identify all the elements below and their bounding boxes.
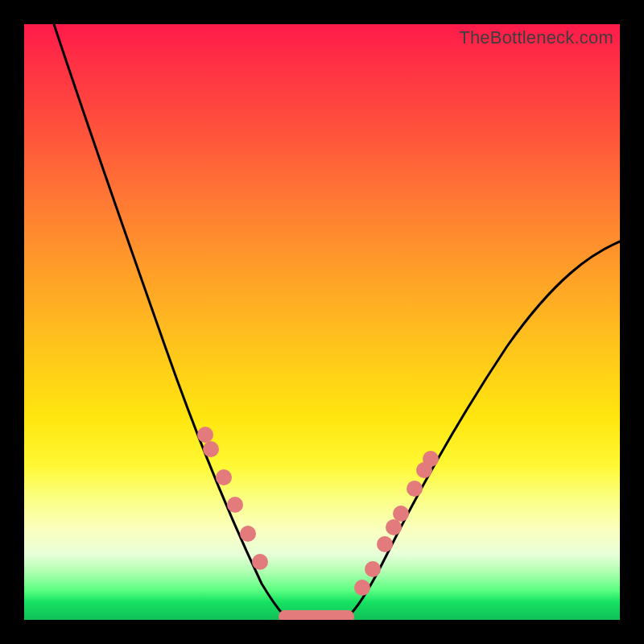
chart-frame: TheBottleneck.com xyxy=(0,0,644,644)
left-markers xyxy=(197,427,268,570)
marker-dot xyxy=(407,481,423,497)
marker-dot xyxy=(386,519,402,535)
curves-layer xyxy=(24,24,620,620)
marker-dot xyxy=(423,451,439,467)
marker-dot xyxy=(354,580,370,596)
marker-dot xyxy=(377,536,393,552)
plot-area: TheBottleneck.com xyxy=(24,24,620,620)
marker-dot xyxy=(203,441,219,457)
watermark-text: TheBottleneck.com xyxy=(459,27,613,48)
marker-dot xyxy=(365,561,381,577)
right-markers xyxy=(354,451,439,596)
marker-dot xyxy=(216,469,232,485)
marker-dot xyxy=(197,427,213,443)
marker-dot xyxy=(240,526,256,542)
right-bottleneck-curve xyxy=(346,242,620,618)
marker-dot xyxy=(393,506,409,522)
marker-dot xyxy=(252,554,268,570)
marker-dot xyxy=(227,497,243,513)
